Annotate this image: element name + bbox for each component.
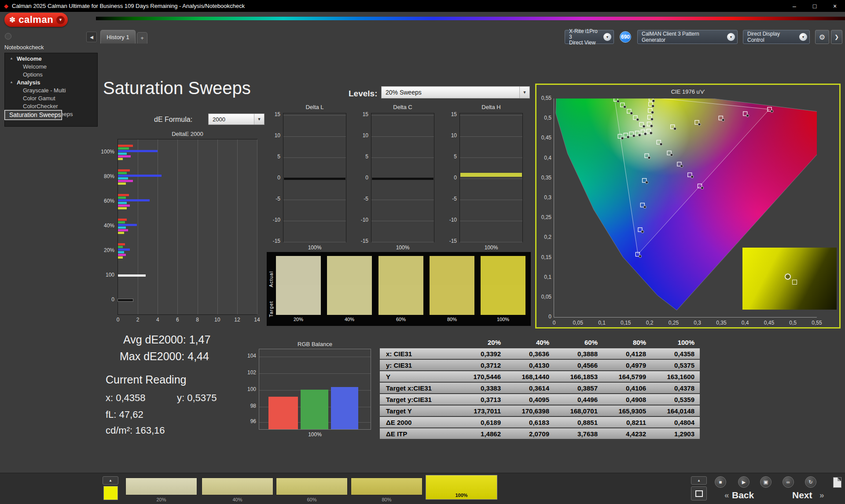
rgb-y-tick: 96 <box>240 418 256 424</box>
swatch-label: 60% <box>378 317 423 322</box>
expand-icon[interactable]: ▴ <box>11 56 12 60</box>
row-label: x: CIE31 <box>380 350 458 358</box>
levels-select[interactable]: 20% Sweeps ▼ <box>381 86 530 99</box>
delta-y-tick: 5 <box>265 153 280 160</box>
deltae-row-label: 100% <box>95 149 114 155</box>
cie-y-tick: 0,4 <box>535 155 551 161</box>
meter-dropdown[interactable]: X-Rite i1Pro 3 Direct View ▼ <box>565 30 614 44</box>
inset-target-marker <box>792 280 797 285</box>
page-title: Saturation Sweeps <box>103 78 251 98</box>
refresh-button[interactable]: ↻ <box>805 476 816 488</box>
chevron-down-icon[interactable]: ▼ <box>519 87 529 98</box>
add-tab-button[interactable]: + <box>137 32 147 44</box>
maximize-button[interactable]: □ <box>805 0 825 12</box>
tree-item-saturation-sweeps[interactable]: Saturation Sweeps <box>5 110 62 120</box>
calman-wordmark: calman <box>18 14 53 26</box>
cell-value: 164,5799 <box>603 373 651 380</box>
save-icon: ▣ <box>764 479 768 485</box>
display-control-dropdown[interactable]: Direct Display Control ▼ <box>743 30 810 44</box>
deltae-row-label: 80% <box>95 173 114 179</box>
pattern-preview-swatch[interactable] <box>103 486 118 500</box>
swatch-actual-20% <box>276 256 321 285</box>
chevron-down-icon[interactable]: ▼ <box>254 114 264 124</box>
cell-value: 0,4566 <box>555 362 603 369</box>
tree-group-welcome[interactable]: ▴Welcome <box>5 55 97 63</box>
deltae-bar <box>118 226 126 229</box>
play-button[interactable]: ▶ <box>738 476 749 488</box>
cie-x-tick: 0,15 <box>618 320 633 326</box>
deltae-row-label: 40% <box>95 223 114 229</box>
delta-chart-delta-c <box>371 113 434 242</box>
report-page-icon[interactable] <box>833 477 841 488</box>
sidebar-collapse-button[interactable]: ◀ <box>86 32 97 42</box>
chevron-down-icon[interactable]: ▼ <box>799 33 807 41</box>
deltae-row-label: 0 <box>95 296 114 303</box>
tree-item-options[interactable]: Options <box>5 71 97 79</box>
tree-item-color-gamut[interactable]: Color Gamut <box>5 95 97 102</box>
tree-item-colorchecker[interactable]: ColorChecker <box>5 102 97 110</box>
delta-y-tick: 10 <box>442 132 457 139</box>
pattern-thumb-80%[interactable] <box>351 478 422 495</box>
pattern-generator-dropdown[interactable]: CalMAN Client 3 Pattern Generator ▼ <box>637 30 738 44</box>
chevron-down-icon[interactable]: ▼ <box>727 33 735 41</box>
row-label: Target y:CIE31 <box>380 396 458 403</box>
next-chevron-icon: » <box>819 490 824 500</box>
rgb-balance-chart <box>259 349 371 430</box>
delta-bar <box>372 178 434 180</box>
calman-logo-menu[interactable]: ✽ calman ▼ <box>4 13 68 27</box>
logo-menu-caret-icon[interactable]: ▼ <box>56 16 65 24</box>
deltae-bar <box>118 219 127 221</box>
loop-button[interactable]: ∞ <box>783 476 794 488</box>
next-button[interactable]: Next <box>792 490 812 500</box>
delta-chart-title: Delta C <box>367 104 439 110</box>
deltae-bar <box>118 246 123 248</box>
tree-item-grayscale-multi[interactable]: Grayscale - Multi <box>5 87 97 95</box>
deltae-row-label: 60% <box>95 198 114 204</box>
rgb-y-tick: 100 <box>240 386 256 392</box>
cell-value: 0,4095 <box>506 396 555 403</box>
cie-x-tick: 0,35 <box>714 320 729 326</box>
pattern-bar: ▲ 20%40%60%80%100% ▲ ■▶▣∞↻ « Back Next » <box>0 473 845 504</box>
cell-value: 0,6189 <box>458 419 506 426</box>
panel-toggle-button[interactable]: ❯ <box>831 30 842 44</box>
row-label: ΔE ITP <box>380 430 458 438</box>
cell-value: 0,8211 <box>603 419 651 426</box>
delta-y-tick: 0 <box>442 175 457 181</box>
expand-icon[interactable]: ▴ <box>11 80 12 84</box>
close-button[interactable]: × <box>825 0 845 12</box>
pattern-thumb-60%[interactable] <box>276 478 348 495</box>
save-button[interactable]: ▣ <box>760 476 772 488</box>
deltae-bar <box>118 169 130 172</box>
rgb-y-tick: 104 <box>240 353 256 359</box>
tree-item-welcome[interactable]: Welcome <box>5 63 97 71</box>
pattern-window-eject-button[interactable]: ▲ <box>103 476 118 485</box>
de-formula-select[interactable]: 2000 ▼ <box>208 113 265 125</box>
deltae-bar <box>118 251 124 253</box>
pattern-thumb-40%[interactable] <box>202 478 273 495</box>
rgb-bar-red <box>268 397 298 429</box>
sidebar-options-button[interactable] <box>5 33 11 40</box>
deltae-x-tick: 10 <box>212 317 223 323</box>
deltae-row-label: 20% <box>95 247 114 253</box>
delta-y-tick: -10 <box>265 217 280 223</box>
controls-eject-button[interactable]: ▲ <box>691 476 707 485</box>
target-row-label: Target <box>268 288 274 317</box>
delta-xlabel: 100% <box>459 245 523 251</box>
stop-button[interactable]: ■ <box>715 476 726 488</box>
calman-flower-icon: ✽ <box>9 15 15 25</box>
settings-button[interactable]: ⚙ <box>815 30 829 44</box>
table-row: Target Y173,7011170,6398168,0701165,9305… <box>380 405 700 416</box>
pattern-thumb-20%[interactable] <box>125 478 197 495</box>
tree-group-analysis[interactable]: ▴Analysis <box>5 79 97 87</box>
deltae-bar <box>118 153 127 155</box>
tab-history-1[interactable]: History 1 <box>100 30 136 44</box>
table-row: x: CIE310,33920,36360,38880,41280,4358 <box>380 348 700 359</box>
swatch-actual-80% <box>430 256 474 285</box>
actual-row-label: Actual <box>268 258 274 287</box>
minimize-button[interactable]: – <box>784 0 805 12</box>
back-button[interactable]: Back <box>732 490 754 500</box>
cell-value: 0,3392 <box>458 350 506 358</box>
display-window-button[interactable] <box>691 486 707 500</box>
cie-chart-title: CIE 1976 u'v' <box>536 88 839 95</box>
chevron-down-icon[interactable]: ▼ <box>603 33 611 41</box>
